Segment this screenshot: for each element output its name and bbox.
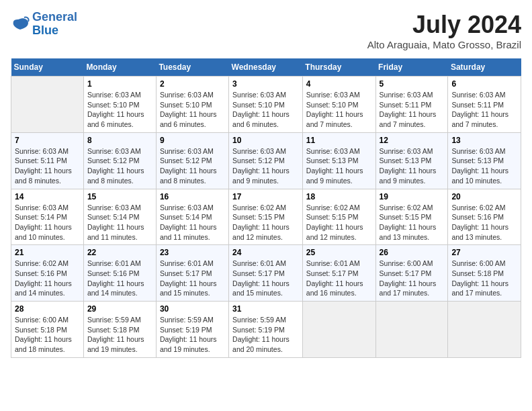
day-info: Sunrise: 6:02 AM Sunset: 5:15 PM Dayligh… <box>380 203 445 242</box>
day-info: Sunrise: 6:03 AM Sunset: 5:14 PM Dayligh… <box>160 203 225 242</box>
day-number: 24 <box>232 248 299 257</box>
calendar-cell: 6Sunrise: 6:03 AM Sunset: 5:11 PM Daylig… <box>448 77 521 133</box>
calendar-cell: 21Sunrise: 6:02 AM Sunset: 5:16 PM Dayli… <box>11 245 84 302</box>
day-number: 21 <box>15 248 80 257</box>
day-info: Sunrise: 6:00 AM Sunset: 5:17 PM Dayligh… <box>380 259 445 298</box>
day-info: Sunrise: 6:03 AM Sunset: 5:10 PM Dayligh… <box>160 90 225 130</box>
weekday-header: Tuesday <box>156 58 228 77</box>
calendar-week-row: 21Sunrise: 6:02 AM Sunset: 5:16 PM Dayli… <box>11 245 521 302</box>
calendar-cell: 30Sunrise: 5:59 AM Sunset: 5:19 PM Dayli… <box>156 302 228 358</box>
weekday-header: Saturday <box>448 58 521 77</box>
day-info: Sunrise: 6:01 AM Sunset: 5:17 PM Dayligh… <box>232 259 299 298</box>
weekday-header: Sunday <box>11 58 84 77</box>
day-number: 3 <box>232 79 299 89</box>
day-info: Sunrise: 6:03 AM Sunset: 5:11 PM Dayligh… <box>15 146 80 186</box>
calendar-cell: 5Sunrise: 6:03 AM Sunset: 5:11 PM Daylig… <box>375 77 448 133</box>
day-info: Sunrise: 6:01 AM Sunset: 5:16 PM Dayligh… <box>87 259 152 298</box>
day-info: Sunrise: 6:02 AM Sunset: 5:15 PM Dayligh… <box>232 203 299 242</box>
day-number: 11 <box>306 136 372 145</box>
calendar-cell: 25Sunrise: 6:01 AM Sunset: 5:17 PM Dayli… <box>302 245 375 302</box>
day-number: 28 <box>15 304 80 314</box>
day-number: 4 <box>306 79 372 89</box>
calendar-cell: 26Sunrise: 6:00 AM Sunset: 5:17 PM Dayli… <box>375 245 448 302</box>
calendar-cell: 11Sunrise: 6:03 AM Sunset: 5:13 PM Dayli… <box>302 132 375 189</box>
day-number: 22 <box>87 248 152 257</box>
calendar-cell: 16Sunrise: 6:03 AM Sunset: 5:14 PM Dayli… <box>156 189 228 245</box>
day-info: Sunrise: 6:01 AM Sunset: 5:17 PM Dayligh… <box>306 259 372 298</box>
logo-icon <box>11 16 30 32</box>
day-number: 7 <box>15 136 80 145</box>
day-info: Sunrise: 6:03 AM Sunset: 5:12 PM Dayligh… <box>232 146 299 186</box>
calendar-cell: 28Sunrise: 6:00 AM Sunset: 5:18 PM Dayli… <box>11 302 84 358</box>
day-info: Sunrise: 5:59 AM Sunset: 5:19 PM Dayligh… <box>232 315 299 355</box>
day-number: 9 <box>160 136 225 145</box>
day-number: 1 <box>87 79 152 89</box>
weekday-header: Monday <box>83 58 156 77</box>
day-info: Sunrise: 6:03 AM Sunset: 5:12 PM Dayligh… <box>160 146 225 186</box>
day-info: Sunrise: 6:03 AM Sunset: 5:14 PM Dayligh… <box>87 203 152 242</box>
calendar-title: July 2024 <box>367 11 521 39</box>
logo: General Blue <box>11 11 77 38</box>
day-number: 16 <box>160 192 225 201</box>
day-info: Sunrise: 5:59 AM Sunset: 5:18 PM Dayligh… <box>87 315 152 355</box>
day-number: 5 <box>380 79 445 89</box>
day-info: Sunrise: 6:03 AM Sunset: 5:10 PM Dayligh… <box>87 90 152 130</box>
calendar-week-row: 7Sunrise: 6:03 AM Sunset: 5:11 PM Daylig… <box>11 132 521 189</box>
day-number: 10 <box>232 136 299 145</box>
day-info: Sunrise: 5:59 AM Sunset: 5:19 PM Dayligh… <box>160 315 225 355</box>
logo-text: General Blue <box>32 11 77 38</box>
day-info: Sunrise: 6:03 AM Sunset: 5:10 PM Dayligh… <box>306 90 372 130</box>
day-info: Sunrise: 6:03 AM Sunset: 5:14 PM Dayligh… <box>15 203 80 242</box>
day-number: 30 <box>160 304 225 314</box>
calendar-cell <box>448 302 521 358</box>
day-info: Sunrise: 6:03 AM Sunset: 5:13 PM Dayligh… <box>306 146 372 186</box>
weekday-header: Friday <box>375 58 448 77</box>
calendar-cell: 10Sunrise: 6:03 AM Sunset: 5:12 PM Dayli… <box>229 132 303 189</box>
calendar-cell <box>11 77 84 133</box>
day-info: Sunrise: 6:03 AM Sunset: 5:10 PM Dayligh… <box>232 90 299 130</box>
day-info: Sunrise: 6:00 AM Sunset: 5:18 PM Dayligh… <box>15 315 80 355</box>
day-info: Sunrise: 6:03 AM Sunset: 5:13 PM Dayligh… <box>451 146 517 186</box>
day-number: 8 <box>87 136 152 145</box>
calendar-week-row: 1Sunrise: 6:03 AM Sunset: 5:10 PM Daylig… <box>11 77 521 133</box>
day-number: 23 <box>160 248 225 257</box>
day-number: 19 <box>380 192 445 201</box>
calendar-cell: 23Sunrise: 6:01 AM Sunset: 5:17 PM Dayli… <box>156 245 228 302</box>
weekday-header-row: SundayMondayTuesdayWednesdayThursdayFrid… <box>11 58 521 77</box>
calendar-cell: 15Sunrise: 6:03 AM Sunset: 5:14 PM Dayli… <box>83 189 156 245</box>
calendar-cell: 9Sunrise: 6:03 AM Sunset: 5:12 PM Daylig… <box>156 132 228 189</box>
calendar-subtitle: Alto Araguaia, Mato Grosso, Brazil <box>367 39 521 50</box>
calendar-cell: 4Sunrise: 6:03 AM Sunset: 5:10 PM Daylig… <box>302 77 375 133</box>
day-number: 20 <box>451 192 517 201</box>
day-number: 18 <box>306 192 372 201</box>
calendar-cell: 13Sunrise: 6:03 AM Sunset: 5:13 PM Dayli… <box>448 132 521 189</box>
calendar-cell: 31Sunrise: 5:59 AM Sunset: 5:19 PM Dayli… <box>229 302 303 358</box>
calendar-cell: 19Sunrise: 6:02 AM Sunset: 5:15 PM Dayli… <box>375 189 448 245</box>
day-number: 29 <box>87 304 152 314</box>
calendar-cell: 3Sunrise: 6:03 AM Sunset: 5:10 PM Daylig… <box>229 77 303 133</box>
calendar-cell: 12Sunrise: 6:03 AM Sunset: 5:13 PM Dayli… <box>375 132 448 189</box>
day-info: Sunrise: 6:03 AM Sunset: 5:13 PM Dayligh… <box>380 146 445 186</box>
day-info: Sunrise: 6:03 AM Sunset: 5:12 PM Dayligh… <box>87 146 152 186</box>
day-info: Sunrise: 6:03 AM Sunset: 5:11 PM Dayligh… <box>380 90 445 130</box>
calendar-cell: 7Sunrise: 6:03 AM Sunset: 5:11 PM Daylig… <box>11 132 84 189</box>
calendar-cell: 8Sunrise: 6:03 AM Sunset: 5:12 PM Daylig… <box>83 132 156 189</box>
calendar-cell: 20Sunrise: 6:02 AM Sunset: 5:16 PM Dayli… <box>448 189 521 245</box>
calendar-cell <box>375 302 448 358</box>
calendar-cell: 29Sunrise: 5:59 AM Sunset: 5:18 PM Dayli… <box>83 302 156 358</box>
weekday-header: Thursday <box>302 58 375 77</box>
calendar-week-row: 14Sunrise: 6:03 AM Sunset: 5:14 PM Dayli… <box>11 189 521 245</box>
page-header: General Blue July 2024 Alto Araguaia, Ma… <box>11 11 521 50</box>
day-number: 13 <box>451 136 517 145</box>
day-info: Sunrise: 6:01 AM Sunset: 5:17 PM Dayligh… <box>160 259 225 298</box>
day-info: Sunrise: 6:00 AM Sunset: 5:18 PM Dayligh… <box>451 259 517 298</box>
day-number: 6 <box>451 79 517 89</box>
day-number: 15 <box>87 192 152 201</box>
day-number: 2 <box>160 79 225 89</box>
title-block: July 2024 Alto Araguaia, Mato Grosso, Br… <box>367 11 521 50</box>
day-number: 27 <box>451 248 517 257</box>
day-number: 12 <box>380 136 445 145</box>
calendar-week-row: 28Sunrise: 6:00 AM Sunset: 5:18 PM Dayli… <box>11 302 521 358</box>
day-number: 17 <box>232 192 299 201</box>
calendar-cell: 1Sunrise: 6:03 AM Sunset: 5:10 PM Daylig… <box>83 77 156 133</box>
